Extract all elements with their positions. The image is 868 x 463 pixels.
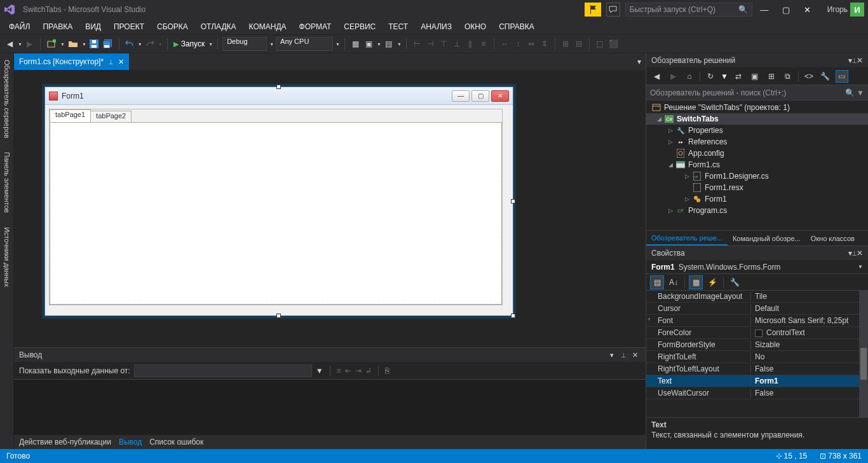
- send-back-button[interactable]: ▣: [363, 37, 374, 51]
- align-middle-button[interactable]: ∥: [465, 37, 476, 51]
- expand-icon[interactable]: ▷: [667, 139, 674, 145]
- se-forward-button[interactable]: ▶: [667, 70, 679, 83]
- resize-handle[interactable]: [276, 314, 281, 318]
- property-row[interactable]: BackgroundImageLayoutTile: [646, 291, 868, 303]
- undo-button[interactable]: [124, 37, 135, 51]
- menu-test[interactable]: ТЕСТ: [382, 20, 414, 33]
- align-grid-button[interactable]: ▦: [349, 37, 361, 51]
- prop-pin-button[interactable]: ⟂: [852, 249, 857, 258]
- output-text-area[interactable]: [14, 380, 646, 435]
- tree-programcs-node[interactable]: ▷ c# Program.cs: [646, 205, 868, 216]
- menu-debug[interactable]: ОТЛАДКА: [194, 20, 243, 33]
- align-top-button[interactable]: ⊥: [451, 37, 463, 51]
- se-showall-button[interactable]: ⊞: [765, 70, 778, 83]
- solution-config-combo[interactable]: Debug: [222, 37, 267, 51]
- resize-handle[interactable]: [276, 85, 281, 89]
- menu-team[interactable]: КОМАНДА: [243, 20, 293, 33]
- form-client-area[interactable]: tabPage1 tabPage2: [45, 105, 513, 315]
- se-copy-button[interactable]: ⧉: [782, 70, 794, 83]
- property-row[interactable]: UseWaitCursorFalse: [646, 387, 868, 399]
- output-toggle1-button[interactable]: ⇤: [345, 366, 351, 375]
- tree-form1designer-node[interactable]: ▷ c# Form1.Designer.cs: [646, 170, 868, 182]
- document-tab-form1[interactable]: Form1.cs [Конструктор]* ⟂ ✕: [14, 53, 129, 70]
- align-center-button[interactable]: ⊣: [424, 37, 436, 51]
- property-row[interactable]: RightToLeftLayoutFalse: [646, 363, 868, 375]
- menu-window[interactable]: ОКНО: [458, 20, 492, 33]
- properties-object-combo[interactable]: Form1 System.Windows.Forms.Form ▼: [646, 260, 868, 274]
- se-close-button[interactable]: ✕: [857, 56, 863, 65]
- collapse-icon[interactable]: ◢: [655, 116, 663, 122]
- nav-forward-button[interactable]: ▶: [24, 37, 36, 51]
- menu-build[interactable]: СБОРКА: [151, 20, 194, 33]
- user-name[interactable]: Игорь: [827, 5, 848, 14]
- se-refresh-button[interactable]: ↻: [704, 70, 717, 83]
- tree-form1class-node[interactable]: ▷ Form1: [646, 193, 868, 205]
- prop-alphabetical-button[interactable]: A↓: [667, 275, 681, 289]
- open-file-button[interactable]: [67, 37, 79, 51]
- same-width-button[interactable]: ⇔: [526, 37, 537, 51]
- notification-flag-icon[interactable]: [585, 3, 601, 17]
- menu-edit[interactable]: ПРАВКА: [36, 20, 79, 33]
- same-height-button[interactable]: ⇕: [539, 37, 550, 51]
- output-source-combo[interactable]: [134, 364, 312, 377]
- lock-button[interactable]: ⬛: [607, 37, 620, 51]
- menu-file[interactable]: ФАЙЛ: [3, 20, 36, 33]
- se-code-button[interactable]: <>: [803, 70, 815, 83]
- menu-format[interactable]: ФОРМАТ: [293, 20, 338, 33]
- menu-tools[interactable]: СЕРВИС: [337, 20, 382, 33]
- tree-solution-node[interactable]: Решение "SwitchTabs" (проектов: 1): [646, 102, 868, 113]
- form-window[interactable]: Form1 — ▢ ✕ tabPage1 tabPage2: [44, 86, 513, 316]
- resize-handle[interactable]: [511, 314, 515, 318]
- se-preview-button[interactable]: ▭: [836, 70, 848, 83]
- menu-view[interactable]: ВИД: [79, 20, 107, 33]
- prop-categorized-button[interactable]: ▤: [650, 275, 664, 289]
- solution-explorer-search[interactable]: Обозреватель решений - поиск (Ctrl+;) 🔍▼: [646, 85, 868, 100]
- panel-pin-button[interactable]: ⟂: [618, 351, 629, 359]
- prop-close-button[interactable]: ✕: [857, 249, 863, 258]
- pin-icon[interactable]: ⟂: [109, 58, 113, 66]
- output-goto-button[interactable]: ⎘: [385, 366, 390, 375]
- tab-order-button[interactable]: ⬚: [594, 37, 606, 51]
- property-row[interactable]: +FontMicrosoft Sans Serif; 8,25pt: [646, 315, 868, 327]
- se-home-button[interactable]: ⌂: [683, 70, 696, 83]
- tree-references-node[interactable]: ▷ ▪▪ References: [646, 136, 868, 148]
- expand-icon[interactable]: ▷: [667, 207, 674, 214]
- property-row[interactable]: RightToLeftNo: [646, 351, 868, 363]
- form-designer-surface[interactable]: Form1 — ▢ ✕ tabPage1 tabPage2: [14, 70, 646, 347]
- se-back-button[interactable]: ◀: [650, 70, 663, 83]
- feedback-icon[interactable]: [606, 3, 620, 17]
- resize-handle[interactable]: [511, 199, 515, 204]
- se-tab-team[interactable]: Командный обозре...: [728, 231, 806, 245]
- close-tab-icon[interactable]: ✕: [118, 58, 124, 66]
- avatar[interactable]: И: [850, 3, 864, 17]
- tree-form1resx-node[interactable]: Form1.resx: [646, 182, 868, 193]
- new-project-button[interactable]: [45, 37, 58, 51]
- collapse-icon[interactable]: ◢: [667, 162, 674, 168]
- tab-page-body[interactable]: [50, 122, 502, 305]
- output-wrap-button[interactable]: ↲: [365, 366, 372, 375]
- tab-dropdown-button[interactable]: ▾: [633, 53, 646, 70]
- center-h-button[interactable]: ⊞: [560, 37, 571, 51]
- center-v-button[interactable]: ⊟: [573, 37, 585, 51]
- se-pin-button[interactable]: ⟂: [852, 56, 857, 65]
- panel-dropdown-button[interactable]: ▾: [606, 351, 618, 359]
- bottom-tab-errors[interactable]: Список ошибок: [149, 438, 203, 446]
- sidebar-tab-toolbox[interactable]: Панель элементов: [2, 149, 12, 216]
- solution-tree[interactable]: Решение "SwitchTabs" (проектов: 1) ◢ C# …: [646, 100, 868, 230]
- save-button[interactable]: [88, 37, 100, 51]
- prop-properties-button[interactable]: ▦: [689, 275, 703, 289]
- bottom-tab-output[interactable]: Вывод: [119, 438, 142, 446]
- start-debug-button[interactable]: ▶Запуск: [172, 37, 207, 51]
- scrollbar[interactable]: [859, 291, 868, 417]
- properties-grid[interactable]: BackgroundImageLayoutTileCursorDefault+F…: [646, 291, 868, 417]
- tabpage-1[interactable]: tabPage1: [50, 109, 91, 122]
- minimize-button[interactable]: —: [755, 5, 774, 15]
- maximize-button[interactable]: ▢: [776, 5, 796, 15]
- se-tab-solution[interactable]: Обозреватель реше...: [646, 231, 728, 245]
- bring-front-button[interactable]: ▤: [383, 37, 395, 51]
- output-toggle2-button[interactable]: ⇥: [355, 366, 362, 375]
- panel-close-button[interactable]: ✕: [629, 351, 641, 359]
- bottom-tab-publish[interactable]: Действие веб-публикации: [19, 438, 111, 446]
- sidebar-tab-server-explorer[interactable]: Обозреватель серверов: [2, 57, 12, 141]
- save-all-button[interactable]: [102, 37, 114, 51]
